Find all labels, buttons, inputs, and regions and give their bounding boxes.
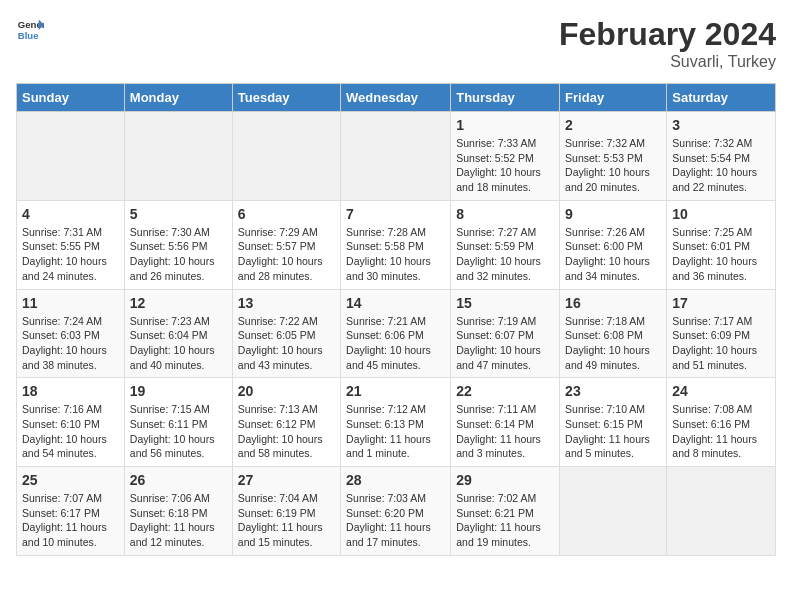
day-number: 13 [238, 295, 335, 311]
calendar-week-4: 18Sunrise: 7:16 AMSunset: 6:10 PMDayligh… [17, 378, 776, 467]
calendar-cell: 8Sunrise: 7:27 AMSunset: 5:59 PMDaylight… [451, 200, 560, 289]
day-info: Sunrise: 7:18 AMSunset: 6:08 PMDaylight:… [565, 314, 661, 373]
day-info: Sunrise: 7:08 AMSunset: 6:16 PMDaylight:… [672, 402, 770, 461]
day-info: Sunrise: 7:03 AMSunset: 6:20 PMDaylight:… [346, 491, 445, 550]
day-info: Sunrise: 7:11 AMSunset: 6:14 PMDaylight:… [456, 402, 554, 461]
calendar-cell: 18Sunrise: 7:16 AMSunset: 6:10 PMDayligh… [17, 378, 125, 467]
calendar-cell: 4Sunrise: 7:31 AMSunset: 5:55 PMDaylight… [17, 200, 125, 289]
day-info: Sunrise: 7:28 AMSunset: 5:58 PMDaylight:… [346, 225, 445, 284]
calendar-cell: 22Sunrise: 7:11 AMSunset: 6:14 PMDayligh… [451, 378, 560, 467]
day-info: Sunrise: 7:12 AMSunset: 6:13 PMDaylight:… [346, 402, 445, 461]
day-number: 29 [456, 472, 554, 488]
weekday-header-tuesday: Tuesday [232, 84, 340, 112]
calendar-week-1: 1Sunrise: 7:33 AMSunset: 5:52 PMDaylight… [17, 112, 776, 201]
day-info: Sunrise: 7:26 AMSunset: 6:00 PMDaylight:… [565, 225, 661, 284]
logo: General Blue [16, 16, 44, 44]
weekday-header-wednesday: Wednesday [341, 84, 451, 112]
day-number: 25 [22, 472, 119, 488]
day-info: Sunrise: 7:10 AMSunset: 6:15 PMDaylight:… [565, 402, 661, 461]
day-info: Sunrise: 7:02 AMSunset: 6:21 PMDaylight:… [456, 491, 554, 550]
page-header: General Blue February 2024 Suvarli, Turk… [16, 16, 776, 71]
day-info: Sunrise: 7:06 AMSunset: 6:18 PMDaylight:… [130, 491, 227, 550]
day-info: Sunrise: 7:32 AMSunset: 5:53 PMDaylight:… [565, 136, 661, 195]
calendar-cell: 23Sunrise: 7:10 AMSunset: 6:15 PMDayligh… [560, 378, 667, 467]
calendar-cell: 9Sunrise: 7:26 AMSunset: 6:00 PMDaylight… [560, 200, 667, 289]
day-number: 9 [565, 206, 661, 222]
calendar-cell: 15Sunrise: 7:19 AMSunset: 6:07 PMDayligh… [451, 289, 560, 378]
calendar-cell: 26Sunrise: 7:06 AMSunset: 6:18 PMDayligh… [124, 467, 232, 556]
calendar-cell: 11Sunrise: 7:24 AMSunset: 6:03 PMDayligh… [17, 289, 125, 378]
calendar-cell: 14Sunrise: 7:21 AMSunset: 6:06 PMDayligh… [341, 289, 451, 378]
day-number: 4 [22, 206, 119, 222]
weekday-header-thursday: Thursday [451, 84, 560, 112]
day-number: 24 [672, 383, 770, 399]
day-number: 7 [346, 206, 445, 222]
day-number: 27 [238, 472, 335, 488]
calendar-week-5: 25Sunrise: 7:07 AMSunset: 6:17 PMDayligh… [17, 467, 776, 556]
main-title: February 2024 [559, 16, 776, 53]
day-number: 8 [456, 206, 554, 222]
calendar-cell: 2Sunrise: 7:32 AMSunset: 5:53 PMDaylight… [560, 112, 667, 201]
calendar-cell: 28Sunrise: 7:03 AMSunset: 6:20 PMDayligh… [341, 467, 451, 556]
day-number: 2 [565, 117, 661, 133]
day-number: 10 [672, 206, 770, 222]
calendar-cell: 19Sunrise: 7:15 AMSunset: 6:11 PMDayligh… [124, 378, 232, 467]
day-number: 28 [346, 472, 445, 488]
calendar-cell: 25Sunrise: 7:07 AMSunset: 6:17 PMDayligh… [17, 467, 125, 556]
day-info: Sunrise: 7:13 AMSunset: 6:12 PMDaylight:… [238, 402, 335, 461]
day-info: Sunrise: 7:29 AMSunset: 5:57 PMDaylight:… [238, 225, 335, 284]
calendar-cell: 7Sunrise: 7:28 AMSunset: 5:58 PMDaylight… [341, 200, 451, 289]
day-number: 19 [130, 383, 227, 399]
calendar-cell [560, 467, 667, 556]
calendar-cell: 1Sunrise: 7:33 AMSunset: 5:52 PMDaylight… [451, 112, 560, 201]
svg-text:Blue: Blue [18, 30, 39, 41]
calendar-cell: 24Sunrise: 7:08 AMSunset: 6:16 PMDayligh… [667, 378, 776, 467]
calendar-cell: 6Sunrise: 7:29 AMSunset: 5:57 PMDaylight… [232, 200, 340, 289]
calendar-cell [17, 112, 125, 201]
day-number: 23 [565, 383, 661, 399]
day-info: Sunrise: 7:23 AMSunset: 6:04 PMDaylight:… [130, 314, 227, 373]
day-number: 26 [130, 472, 227, 488]
logo-icon: General Blue [16, 16, 44, 44]
day-number: 17 [672, 295, 770, 311]
day-info: Sunrise: 7:30 AMSunset: 5:56 PMDaylight:… [130, 225, 227, 284]
weekday-header-monday: Monday [124, 84, 232, 112]
day-number: 20 [238, 383, 335, 399]
day-info: Sunrise: 7:07 AMSunset: 6:17 PMDaylight:… [22, 491, 119, 550]
day-number: 18 [22, 383, 119, 399]
day-number: 11 [22, 295, 119, 311]
day-number: 1 [456, 117, 554, 133]
calendar-cell: 3Sunrise: 7:32 AMSunset: 5:54 PMDaylight… [667, 112, 776, 201]
calendar-cell: 20Sunrise: 7:13 AMSunset: 6:12 PMDayligh… [232, 378, 340, 467]
calendar-week-2: 4Sunrise: 7:31 AMSunset: 5:55 PMDaylight… [17, 200, 776, 289]
day-number: 5 [130, 206, 227, 222]
day-info: Sunrise: 7:25 AMSunset: 6:01 PMDaylight:… [672, 225, 770, 284]
day-info: Sunrise: 7:15 AMSunset: 6:11 PMDaylight:… [130, 402, 227, 461]
calendar-cell: 17Sunrise: 7:17 AMSunset: 6:09 PMDayligh… [667, 289, 776, 378]
day-info: Sunrise: 7:21 AMSunset: 6:06 PMDaylight:… [346, 314, 445, 373]
day-number: 6 [238, 206, 335, 222]
weekday-header-sunday: Sunday [17, 84, 125, 112]
day-info: Sunrise: 7:27 AMSunset: 5:59 PMDaylight:… [456, 225, 554, 284]
calendar-cell: 5Sunrise: 7:30 AMSunset: 5:56 PMDaylight… [124, 200, 232, 289]
day-info: Sunrise: 7:33 AMSunset: 5:52 PMDaylight:… [456, 136, 554, 195]
weekday-header-friday: Friday [560, 84, 667, 112]
calendar-week-3: 11Sunrise: 7:24 AMSunset: 6:03 PMDayligh… [17, 289, 776, 378]
day-info: Sunrise: 7:22 AMSunset: 6:05 PMDaylight:… [238, 314, 335, 373]
calendar-cell: 12Sunrise: 7:23 AMSunset: 6:04 PMDayligh… [124, 289, 232, 378]
calendar-cell: 16Sunrise: 7:18 AMSunset: 6:08 PMDayligh… [560, 289, 667, 378]
day-number: 3 [672, 117, 770, 133]
calendar-cell: 29Sunrise: 7:02 AMSunset: 6:21 PMDayligh… [451, 467, 560, 556]
calendar-cell [232, 112, 340, 201]
day-number: 15 [456, 295, 554, 311]
day-info: Sunrise: 7:17 AMSunset: 6:09 PMDaylight:… [672, 314, 770, 373]
calendar-cell [124, 112, 232, 201]
weekday-header-saturday: Saturday [667, 84, 776, 112]
day-info: Sunrise: 7:31 AMSunset: 5:55 PMDaylight:… [22, 225, 119, 284]
calendar-cell: 10Sunrise: 7:25 AMSunset: 6:01 PMDayligh… [667, 200, 776, 289]
calendar-cell: 13Sunrise: 7:22 AMSunset: 6:05 PMDayligh… [232, 289, 340, 378]
day-number: 22 [456, 383, 554, 399]
calendar-cell: 21Sunrise: 7:12 AMSunset: 6:13 PMDayligh… [341, 378, 451, 467]
calendar-cell [667, 467, 776, 556]
day-info: Sunrise: 7:04 AMSunset: 6:19 PMDaylight:… [238, 491, 335, 550]
